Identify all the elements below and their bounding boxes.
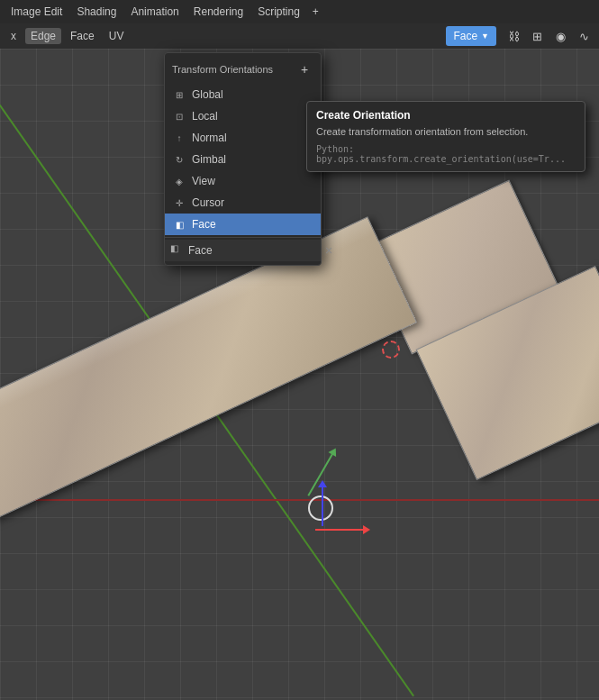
tooltip-python: Python: bpy.ops.transform.create_orienta… <box>316 144 576 164</box>
transform-gizmo <box>297 481 351 535</box>
view-icon: ◈ <box>172 174 186 188</box>
toolbar-x[interactable]: x <box>5 28 22 44</box>
local-icon: ⊡ <box>172 109 186 123</box>
menu-bar: Image Edit Shading Animation Rendering S… <box>0 0 599 23</box>
orient-view-label: View <box>192 175 215 187</box>
menu-rendering[interactable]: Rendering <box>188 4 249 20</box>
panel-divider <box>165 237 321 238</box>
toolbar: x Edge Face UV Face ▼ ⛓ ⊞ ◉ ∿ <box>0 23 599 49</box>
normal-icon: ↑ <box>172 131 186 145</box>
gizmo-circle <box>308 495 333 521</box>
face-input-icon: ◧ <box>170 243 185 258</box>
tooltip-title: Create Orientation <box>316 109 576 122</box>
cursor-circle <box>382 341 400 359</box>
toolbar-face[interactable]: Face <box>65 28 100 44</box>
orient-global[interactable]: ⊞ Global <box>165 84 321 105</box>
orient-cursor-label: Cursor <box>192 196 224 209</box>
panel-header: Transform Orientations + <box>165 57 321 84</box>
orient-global-label: Global <box>192 88 223 101</box>
orientations-panel: Transform Orientations + ⊞ Global ⊡ Loca… <box>164 52 322 266</box>
orient-gimbal[interactable]: ↻ Gimbal <box>165 149 321 170</box>
orient-face-active[interactable]: ◧ Face <box>165 214 321 235</box>
orient-normal-label: Normal <box>192 132 227 144</box>
chevron-down-icon: ▼ <box>481 32 489 41</box>
gizmo-x-arrow <box>315 529 365 531</box>
wave-icon[interactable]: ∿ <box>574 26 594 46</box>
tooltip-panel: Create Orientation Create transformation… <box>306 101 585 172</box>
3d-cursor <box>380 339 402 360</box>
toolbar-uv[interactable]: UV <box>104 28 130 44</box>
gizmo-z-arrow <box>322 486 323 526</box>
grid-icon[interactable]: ⊞ <box>527 26 547 46</box>
tooltip-description: Create transformation orientation from s… <box>316 125 576 139</box>
toolbar-right-icons: ⛓ ⊞ ◉ ∿ <box>504 26 594 46</box>
menu-scripting[interactable]: Scripting <box>252 4 305 20</box>
snap-icon[interactable]: ⛓ <box>504 26 523 46</box>
orient-local[interactable]: ⊡ Local <box>165 105 321 127</box>
cursor-icon: ✛ <box>172 195 186 210</box>
circle-icon[interactable]: ◉ <box>550 26 570 46</box>
menu-image-edit[interactable]: Image Edit <box>5 4 68 20</box>
face-icon-active: ◧ <box>172 217 186 232</box>
orient-local-label: Local <box>192 110 218 123</box>
create-orientation-plus[interactable]: + <box>295 60 313 78</box>
close-icon[interactable]: × <box>323 243 334 258</box>
face-name-input[interactable] <box>188 244 323 257</box>
panel-input-row: ◧ × <box>165 240 321 261</box>
orient-normal[interactable]: ↑ Normal <box>165 127 321 149</box>
orient-cursor[interactable]: ✛ Cursor <box>165 192 321 214</box>
panel-title: Transform Orientations <box>172 64 273 75</box>
orient-face-active-label: Face <box>192 218 216 231</box>
menu-add-plus[interactable]: + <box>309 4 322 20</box>
orient-view[interactable]: ◈ View <box>165 170 321 192</box>
menu-animation[interactable]: Animation <box>125 4 184 20</box>
menu-shading[interactable]: Shading <box>71 4 122 20</box>
toolbar-edge[interactable]: Edge <box>25 28 61 44</box>
global-icon: ⊞ <box>172 87 186 102</box>
gimbal-icon: ↻ <box>172 152 186 167</box>
face-select-dropdown[interactable]: Face ▼ <box>446 26 496 46</box>
orient-gimbal-label: Gimbal <box>192 153 226 166</box>
